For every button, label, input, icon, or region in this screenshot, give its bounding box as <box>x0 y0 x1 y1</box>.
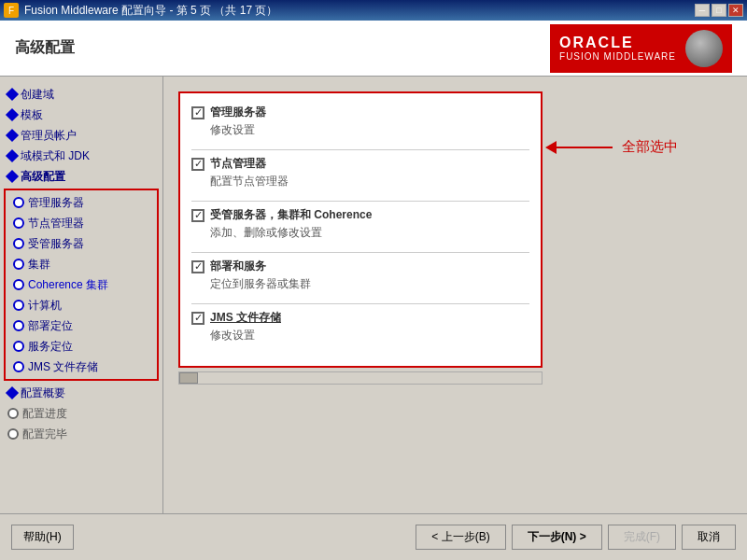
bullet-icon <box>7 408 19 419</box>
sidebar-item-config-summary[interactable]: 配置概要 <box>0 383 162 403</box>
sidebar-item-deployment-targeting[interactable]: 部署定位 <box>6 315 157 336</box>
sidebar-item-config-progress[interactable]: 配置进度 <box>0 403 162 424</box>
diamond-icon <box>6 108 19 121</box>
oracle-name: ORACLE <box>559 35 676 51</box>
annotation-text: 全部选中 <box>622 138 678 156</box>
sidebar-label: 创建域 <box>21 86 54 103</box>
oracle-logo-text: ORACLE FUSION MIDDLEWARE <box>559 35 676 62</box>
bullet-icon <box>13 300 24 311</box>
app-icon: F <box>4 3 19 18</box>
sidebar-item-machine[interactable]: 计算机 <box>6 295 157 315</box>
option-jms-file-store: JMS 文件存储 修改设置 <box>191 310 529 343</box>
sidebar-item-admin-server[interactable]: 管理服务器 <box>6 192 157 213</box>
checkbox-node-manager[interactable] <box>191 158 204 171</box>
sidebar-label: 域模式和 JDK <box>21 147 90 164</box>
cancel-button[interactable]: 取消 <box>682 525 736 550</box>
titlebar: F Fusion Middleware 配置向导 - 第 5 页 （共 17 页… <box>0 0 747 21</box>
window-controls: ─ □ ✕ <box>695 4 743 17</box>
sidebar-item-coherence-cluster[interactable]: Coherence 集群 <box>6 274 157 295</box>
option-label-jms-file-store: JMS 文件存储 <box>210 310 281 326</box>
diamond-icon <box>6 88 19 101</box>
sidebar-label: 集群 <box>28 256 50 273</box>
sidebar-item-service-targeting[interactable]: 服务定位 <box>6 336 157 357</box>
sidebar-item-create-domain[interactable]: 创建域 <box>0 84 162 105</box>
option-desc-admin-server: 修改设置 <box>210 122 529 138</box>
footer-help: 帮助(H) <box>11 525 74 550</box>
arrow-line <box>557 147 613 148</box>
bullet-icon <box>13 361 24 372</box>
bullet-icon <box>13 217 24 229</box>
content-area: 创建域 模板 管理员帐户 域模式和 JDK 高级配置 <box>0 77 747 513</box>
sidebar-item-admin-account[interactable]: 管理员帐户 <box>0 125 162 146</box>
main-panel: 管理服务器 修改设置 节点管理器 配置节点管理器 <box>163 77 747 513</box>
finish-button[interactable]: 完成(F) <box>608 525 676 550</box>
bullet-icon <box>13 320 24 331</box>
checkbox-jms-file-store[interactable] <box>191 312 204 325</box>
maximize-button[interactable]: □ <box>712 4 726 17</box>
sidebar-label: 管理服务器 <box>28 194 84 211</box>
help-button[interactable]: 帮助(H) <box>11 525 74 550</box>
sidebar-item-domain-mode-jdk[interactable]: 域模式和 JDK <box>0 146 162 166</box>
option-admin-server: 管理服务器 修改设置 <box>191 105 529 138</box>
sidebar-item-advanced-config[interactable]: 高级配置 <box>0 166 162 187</box>
annotation: 全部选中 <box>547 138 678 156</box>
sidebar-label: Coherence 集群 <box>28 276 108 293</box>
diamond-icon <box>6 149 19 162</box>
sidebar-item-template[interactable]: 模板 <box>0 105 162 125</box>
option-deploy-service: 部署和服务 定位到服务器或集群 <box>191 259 529 292</box>
main-window: 高级配置 ORACLE FUSION MIDDLEWARE 创建域 模板 管理 <box>0 21 747 560</box>
arrow-head-icon <box>545 141 557 154</box>
option-desc-managed-server-coherence: 添加、删除或修改设置 <box>210 225 529 241</box>
option-managed-server-coherence: 受管服务器，集群和 Coherence 添加、删除或修改设置 <box>191 207 529 241</box>
minimize-button[interactable]: ─ <box>695 4 710 17</box>
oracle-icon <box>685 30 723 67</box>
option-desc-jms-file-store: 修改设置 <box>210 328 529 343</box>
sidebar-label: 配置概要 <box>21 385 65 401</box>
checkbox-managed-server-coherence[interactable] <box>191 209 204 222</box>
checkbox-admin-server[interactable] <box>191 106 204 119</box>
sidebar-item-jms-file-store[interactable]: JMS 文件存储 <box>6 357 157 377</box>
bullet-icon <box>13 238 24 249</box>
close-button[interactable]: ✕ <box>728 4 743 17</box>
option-label-node-manager: 节点管理器 <box>210 156 266 172</box>
option-label-deploy-service: 部署和服务 <box>210 259 266 274</box>
sidebar-label: 服务定位 <box>28 338 73 355</box>
diamond-icon <box>6 386 19 399</box>
sidebar-item-node-manager[interactable]: 节点管理器 <box>6 213 157 233</box>
prev-button[interactable]: < 上一步(B) <box>416 525 505 550</box>
oracle-product: FUSION MIDDLEWARE <box>559 51 676 62</box>
bullet-icon <box>13 279 24 290</box>
section-title: 高级配置 <box>15 38 75 58</box>
sidebar-label: 受管服务器 <box>28 235 84 252</box>
footer-navigation: < 上一步(B) 下一步(N) > 完成(F) 取消 <box>416 525 736 550</box>
diamond-icon <box>6 170 19 183</box>
oracle-branding: ORACLE FUSION MIDDLEWARE <box>550 24 732 73</box>
footer: 帮助(H) < 上一步(B) 下一步(N) > 完成(F) 取消 <box>0 513 747 560</box>
options-panel: 管理服务器 修改设置 节点管理器 配置节点管理器 <box>178 91 543 368</box>
header: 高级配置 ORACLE FUSION MIDDLEWARE <box>0 21 747 77</box>
window-title: Fusion Middleware 配置向导 - 第 5 页 （共 17 页） <box>24 3 695 19</box>
sidebar-label: 配置完毕 <box>22 426 67 442</box>
sidebar-label: 部署定位 <box>28 317 73 334</box>
option-label-managed-server-coherence: 受管服务器，集群和 Coherence <box>210 207 372 223</box>
checkbox-deploy-service[interactable] <box>191 260 204 273</box>
sidebar-label: 高级配置 <box>21 168 65 185</box>
diamond-icon <box>6 129 19 142</box>
sidebar-label: 模板 <box>21 106 43 123</box>
sidebar-item-managed-server[interactable]: 受管服务器 <box>6 233 157 254</box>
scroll-thumb[interactable] <box>179 372 198 384</box>
next-button[interactable]: 下一步(N) > <box>512 525 602 550</box>
sidebar-item-config-complete[interactable]: 配置完毕 <box>0 424 162 444</box>
sidebar-label: 计算机 <box>28 297 62 314</box>
sidebar-item-cluster[interactable]: 集群 <box>6 254 157 274</box>
bullet-icon <box>13 197 24 208</box>
sidebar-label: 节点管理器 <box>28 215 84 231</box>
bullet-icon <box>13 259 24 270</box>
sidebar-label: 配置进度 <box>22 405 67 422</box>
option-desc-node-manager: 配置节点管理器 <box>210 174 529 189</box>
bullet-icon <box>13 341 24 352</box>
horizontal-scrollbar[interactable] <box>178 371 543 385</box>
option-desc-deploy-service: 定位到服务器或集群 <box>210 276 529 292</box>
sidebar: 创建域 模板 管理员帐户 域模式和 JDK 高级配置 <box>0 77 163 513</box>
option-label-admin-server: 管理服务器 <box>210 105 266 120</box>
